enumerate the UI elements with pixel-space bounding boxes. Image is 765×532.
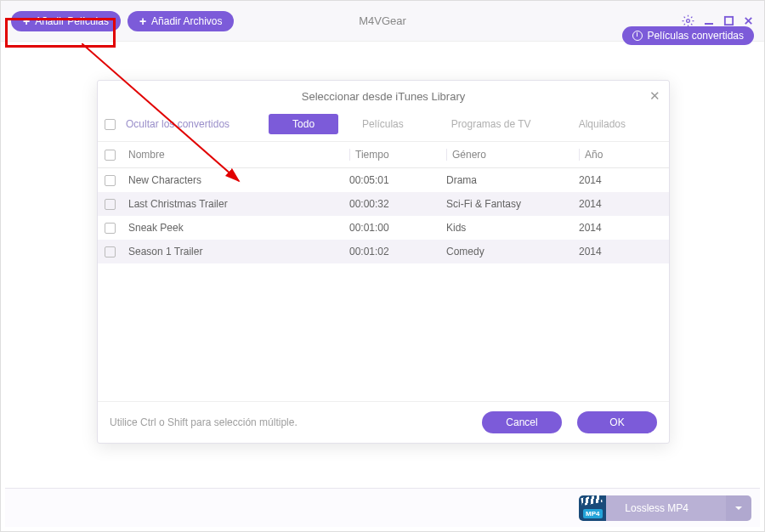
mp4-badge: MP4 [583,509,602,518]
table-header: Nombre Tiempo Género Año [98,142,669,168]
svg-rect-1 [705,23,713,25]
select-all-checkbox[interactable] [105,150,116,161]
svg-point-0 [687,20,690,23]
tab-movies[interactable]: Películas [338,114,428,134]
cell-time: 00:05:01 [349,174,446,186]
cell-name: Season 1 Trailer [128,246,349,258]
converted-movies-button[interactable]: Películas convertidas [622,26,754,45]
cell-time: 00:00:32 [349,198,446,210]
cell-genre: Comedy [446,246,579,258]
clock-icon [632,31,643,41]
filter-row: Ocultar los convertidos Todo Películas P… [98,110,669,142]
tab-rented[interactable]: Alquilados [555,114,649,134]
mp4-icon: MP4 [579,495,606,521]
ok-button[interactable]: OK [577,411,657,433]
app-title: M4VGear [359,14,406,27]
selection-hint: Utilice Ctrl o Shift para selección múlt… [110,416,298,428]
row-checkbox[interactable] [105,175,116,186]
minimize-icon[interactable] [703,15,715,27]
cell-name: Last Christmas Trailer [128,198,349,210]
cell-genre: Sci-Fi & Fantasy [446,198,579,210]
col-header-year[interactable]: Año [579,149,655,161]
tab-tv[interactable]: Programas de TV [428,114,555,134]
cancel-button[interactable]: Cancel [482,411,562,433]
cell-year: 2014 [579,222,655,234]
cell-name: New Characters [128,174,349,186]
settings-icon[interactable] [682,14,694,27]
tab-all[interactable]: Todo [269,114,338,134]
cell-name: Sneak Peek [128,222,349,234]
table-row[interactable]: Season 1 Trailer 00:01:02 Comedy 2014 [98,240,669,263]
maximize-icon[interactable] [723,15,734,26]
cell-year: 2014 [579,198,655,210]
category-tabs: Todo Películas Programas de TV Alquilado… [269,114,649,134]
dialog-title-bar: Seleccionar desde iTunes Library ✕ [98,81,669,110]
col-header-name[interactable]: Nombre [128,149,349,161]
annotation-highlight [5,18,116,48]
row-checkbox[interactable] [105,199,116,210]
cell-genre: Drama [446,174,579,186]
window-controls [682,14,754,27]
row-checkbox[interactable] [105,246,116,258]
add-files-label: Añadir Archivos [151,15,222,27]
cell-year: 2014 [579,174,655,186]
row-checkbox[interactable] [105,223,116,234]
itunes-library-dialog: Seleccionar desde iTunes Library ✕ Ocult… [97,80,670,444]
converted-movies-label: Películas convertidas [648,30,744,42]
cell-time: 00:01:00 [349,222,446,234]
dialog-title: Seleccionar desde iTunes Library [302,90,465,103]
hide-converted-label: Ocultar los convertidos [126,118,230,130]
table-row[interactable]: Sneak Peek 00:01:00 Kids 2014 [98,216,669,240]
bottom-bar: MP4 Lossless MP4 [5,488,760,527]
close-icon[interactable] [743,15,754,26]
dialog-close-icon[interactable]: ✕ [649,88,660,104]
plus-icon: + [139,15,146,27]
cell-time: 00:01:02 [349,246,446,258]
format-dropdown-button[interactable] [726,495,751,521]
dialog-footer: Utilice Ctrl o Shift para selección múlt… [98,401,669,443]
svg-rect-2 [725,17,733,25]
format-label: Lossless MP4 [606,495,726,521]
col-header-genre[interactable]: Género [446,149,579,161]
cell-year: 2014 [579,246,655,258]
table-body: New Characters 00:05:01 Drama 2014 Last … [98,168,669,401]
table-row[interactable]: Last Christmas Trailer 00:00:32 Sci-Fi &… [98,192,669,216]
add-files-button[interactable]: + Añadir Archivos [128,11,235,31]
cell-genre: Kids [446,222,579,234]
col-header-time[interactable]: Tiempo [349,149,446,161]
hide-converted-checkbox[interactable] [105,119,116,130]
output-format-selector[interactable]: MP4 Lossless MP4 [579,495,751,521]
table-row[interactable]: New Characters 00:05:01 Drama 2014 [98,168,669,192]
